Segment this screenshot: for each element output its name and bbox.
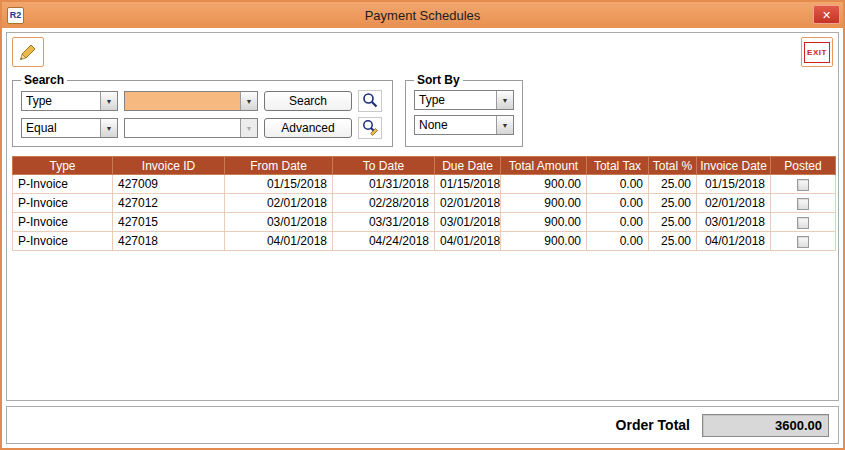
cell: 04/01/2018 [697,232,771,251]
order-total-label: Order Total [616,417,690,433]
sortby-group: Sort By Type ▼ None ▼ [405,73,523,147]
magnifier-pencil-icon [361,118,379,139]
footer-panel: Order Total 3600.00 [6,406,839,444]
chevron-down-icon[interactable]: ▼ [240,92,257,110]
search-group: Search Type ▼ ▼ Search [12,73,393,147]
cell: 900.00 [501,213,587,232]
close-icon: ✕ [822,9,831,21]
cell: 427015 [113,213,225,232]
search-magnifier-button[interactable] [358,90,382,112]
search-button[interactable]: Search [264,91,352,111]
column-header-total-amount[interactable]: Total Amount [501,157,587,175]
sort-secondary-dropdown[interactable]: None ▼ [414,115,514,135]
sort-secondary-value: None [415,116,496,134]
posted-checkbox[interactable] [797,217,809,229]
edit-button[interactable] [12,37,44,67]
exit-button[interactable]: EXIT [801,37,833,67]
posted-checkbox[interactable] [797,236,809,248]
cell: 0.00 [587,232,649,251]
chevron-down-icon[interactable]: ▼ [496,116,513,134]
table-row[interactable]: P-Invoice42700901/15/201801/31/201801/15… [13,175,836,194]
cell: P-Invoice [13,175,113,194]
chevron-down-icon[interactable]: ▼ [496,91,513,109]
cell: 03/01/2018 [225,213,333,232]
column-header-total-[interactable]: Total % [649,157,697,175]
main-panel: EXIT Search Type ▼ ▼ [6,32,839,401]
cell: 02/28/2018 [333,194,435,213]
search-field-dropdown[interactable]: Type ▼ [21,91,118,111]
cell: 25.00 [649,175,697,194]
cell: 900.00 [501,194,587,213]
column-header-type[interactable]: Type [13,157,113,175]
table-row[interactable]: P-Invoice42701804/01/201804/24/201804/01… [13,232,836,251]
cell: 04/01/2018 [225,232,333,251]
chevron-down-icon[interactable]: ▼ [100,119,117,137]
search-value2-dropdown: ▼ [124,118,258,138]
payment-schedule-table: TypeInvoice IDFrom DateTo DateDue DateTo… [12,156,836,251]
cell: 0.00 [587,194,649,213]
sort-primary-value: Type [415,91,496,109]
advanced-button[interactable]: Advanced [264,118,352,138]
cell: 01/31/2018 [333,175,435,194]
search-operator-value: Equal [22,119,100,137]
cell: 02/01/2018 [435,194,501,213]
order-total-value: 3600.00 [702,414,829,437]
column-header-due-date[interactable]: Due Date [435,157,501,175]
posted-cell [771,213,836,232]
posted-checkbox[interactable] [797,198,809,210]
payment-schedules-window: R2 Payment Schedules ✕ [0,0,845,450]
chevron-down-icon[interactable]: ▼ [100,92,117,110]
exit-icon: EXIT [804,42,830,63]
advanced-search-button[interactable] [358,117,382,139]
cell: 25.00 [649,213,697,232]
column-header-invoice-date[interactable]: Invoice Date [697,157,771,175]
cell: 04/24/2018 [333,232,435,251]
cell: 01/15/2018 [697,175,771,194]
posted-cell [771,194,836,213]
cell: 03/31/2018 [333,213,435,232]
table-row[interactable]: P-Invoice42701503/01/201803/31/201803/01… [13,213,836,232]
cell: P-Invoice [13,213,113,232]
column-header-from-date[interactable]: From Date [225,157,333,175]
pencil-icon [17,40,39,65]
cell: 427018 [113,232,225,251]
cell: 0.00 [587,213,649,232]
search-value-dropdown[interactable]: ▼ [124,91,258,111]
posted-checkbox[interactable] [797,179,809,191]
sortby-group-label: Sort By [414,73,463,87]
search-value-text [125,92,240,110]
toolbar: EXIT [12,37,833,69]
close-button[interactable]: ✕ [813,5,840,24]
magnifier-icon [361,91,379,112]
table-body: P-Invoice42700901/15/201801/31/201801/15… [13,175,836,251]
cell: 0.00 [587,175,649,194]
cell: 25.00 [649,232,697,251]
posted-cell [771,175,836,194]
window-title: Payment Schedules [2,8,843,23]
table-header-row: TypeInvoice IDFrom DateTo DateDue DateTo… [13,157,836,175]
cell: 04/01/2018 [435,232,501,251]
search-group-label: Search [21,73,67,87]
search-operator-dropdown[interactable]: Equal ▼ [21,118,118,138]
table-row[interactable]: P-Invoice42701202/01/201802/28/201802/01… [13,194,836,213]
titlebar[interactable]: R2 Payment Schedules ✕ [2,2,843,28]
chevron-down-icon: ▼ [240,119,257,137]
column-header-total-tax[interactable]: Total Tax [587,157,649,175]
cell: 02/01/2018 [225,194,333,213]
sort-primary-dropdown[interactable]: Type ▼ [414,90,514,110]
cell: 427009 [113,175,225,194]
cell: P-Invoice [13,194,113,213]
posted-cell [771,232,836,251]
cell: 01/15/2018 [435,175,501,194]
search-value2-text [125,119,240,137]
cell: 427012 [113,194,225,213]
cell: 02/01/2018 [697,194,771,213]
column-header-posted[interactable]: Posted [771,157,836,175]
cell: 25.00 [649,194,697,213]
column-header-to-date[interactable]: To Date [333,157,435,175]
window-content: EXIT Search Type ▼ ▼ [2,28,843,448]
search-field-value: Type [22,92,100,110]
column-header-invoice-id[interactable]: Invoice ID [113,157,225,175]
cell: P-Invoice [13,232,113,251]
cell: 900.00 [501,175,587,194]
